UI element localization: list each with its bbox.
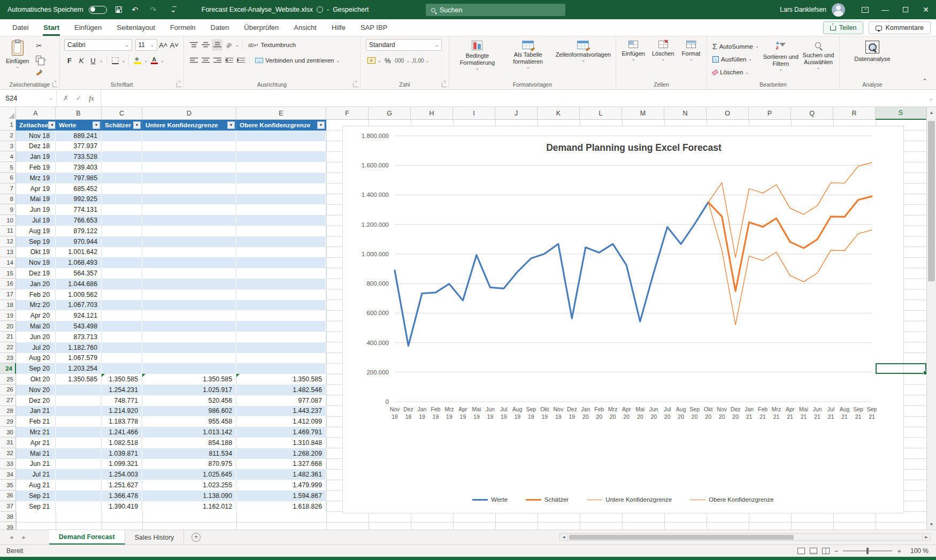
table-header-3[interactable]: Schätzer▼: [102, 120, 142, 131]
cell-A36[interactable]: Sep 21: [16, 490, 56, 501]
cell-C3[interactable]: [102, 141, 142, 152]
copy-button[interactable]: ⌄: [34, 53, 49, 65]
cell-A11[interactable]: Aug 19: [16, 226, 56, 236]
cell-E25[interactable]: 1.350.585: [236, 374, 326, 385]
cell-C4[interactable]: [102, 151, 142, 162]
cell-C15[interactable]: [102, 268, 142, 279]
cell-B34[interactable]: [56, 469, 102, 480]
sort-filter-button[interactable]: Sortieren und Filtern⌄: [763, 39, 799, 78]
cell-B27[interactable]: [56, 395, 102, 406]
cell-C5[interactable]: [102, 162, 142, 173]
cell-D13[interactable]: [142, 247, 236, 258]
cell-D35[interactable]: 1.023.255: [142, 480, 236, 490]
cell-A23[interactable]: Aug 20: [16, 353, 56, 364]
cell-E2[interactable]: [236, 131, 326, 141]
zoom-out-button[interactable]: −: [834, 547, 839, 555]
cell-A22[interactable]: Jul 20: [16, 342, 56, 353]
autosum-button[interactable]: ΣAutoSumme⌄: [710, 41, 761, 52]
cell-B16[interactable]: 1.044.686: [56, 279, 102, 289]
cell-C7[interactable]: [102, 183, 142, 194]
cell-A30[interactable]: Mrz 21: [16, 427, 56, 438]
cell-A34[interactable]: Jul 21: [16, 469, 56, 480]
accounting-format-button[interactable]: ¤: [366, 55, 377, 66]
cell-D34[interactable]: 1.025.645: [142, 469, 236, 480]
zoom-slider[interactable]: [843, 550, 892, 551]
cell-A4[interactable]: Jan 19: [16, 151, 56, 162]
alignment-dialog-launcher[interactable]: [353, 82, 358, 87]
expand-formula-bar-button[interactable]: ⌄: [926, 90, 936, 106]
cell-E12[interactable]: [236, 236, 326, 247]
cell-E7[interactable]: [236, 183, 326, 194]
search-box[interactable]: Suchen: [426, 4, 565, 16]
cell-E20[interactable]: [236, 321, 326, 332]
percent-button[interactable]: %: [382, 55, 393, 66]
close-button[interactable]: ✕: [916, 0, 936, 19]
cell-C24[interactable]: [102, 363, 142, 374]
cell-E13[interactable]: [236, 247, 326, 258]
new-sheet-button[interactable]: +: [191, 533, 201, 542]
cell-E28[interactable]: 1.443.237: [236, 406, 326, 417]
cell-D22[interactable]: [142, 342, 236, 353]
comments-button[interactable]: Kommentare: [869, 21, 931, 34]
cell-E35[interactable]: 1.479.999: [236, 480, 326, 490]
cell-E17[interactable]: [236, 289, 326, 300]
clipboard-dialog-launcher[interactable]: [52, 82, 57, 87]
tab-datei[interactable]: Datei: [5, 20, 35, 36]
cell-D2[interactable]: [142, 131, 236, 141]
minimize-button[interactable]: —: [875, 0, 895, 19]
cell-E31[interactable]: 1.310.848: [236, 438, 326, 448]
cell-C29[interactable]: 1.183.778: [102, 416, 142, 427]
cell-C19[interactable]: [102, 310, 142, 321]
zoom-level[interactable]: 100 %: [906, 547, 929, 555]
cell-A28[interactable]: Jan 21: [16, 406, 56, 417]
cell-D4[interactable]: [142, 151, 236, 162]
vertical-scroll-thumb[interactable]: [928, 121, 935, 281]
cell-B5[interactable]: 739.403: [56, 162, 102, 173]
cell-A31[interactable]: Apr 21: [16, 438, 56, 448]
avatar[interactable]: [832, 3, 845, 17]
cancel-entry-button[interactable]: ✗: [60, 94, 72, 102]
number-format-combo[interactable]: Standard⌄: [366, 39, 442, 51]
cell-D37[interactable]: 1.162.012: [142, 501, 236, 512]
fill-button[interactable]: ↓Ausfüllen⌄: [710, 53, 761, 65]
cell-C2[interactable]: [102, 131, 142, 141]
cell-D33[interactable]: 870.975: [142, 459, 236, 470]
cell-D3[interactable]: [142, 141, 236, 152]
cell-C14[interactable]: [102, 257, 142, 268]
filter-button[interactable]: ▼: [133, 121, 141, 129]
cell-B36[interactable]: [56, 490, 102, 501]
cell-C26[interactable]: 1.254.231: [102, 385, 142, 395]
filter-button[interactable]: ▼: [317, 121, 325, 129]
cell-D16[interactable]: [142, 279, 236, 289]
cell-B32[interactable]: [56, 448, 102, 459]
cell-A19[interactable]: Apr 20: [16, 310, 56, 321]
tab-daten[interactable]: Daten: [204, 20, 236, 36]
font-size-combo[interactable]: 11⌄: [135, 39, 158, 51]
cell-styles-button[interactable]: Zellenformatvorlagen⌄: [554, 39, 612, 78]
cell-D31[interactable]: 854.188: [142, 438, 236, 448]
cell-C25[interactable]: 1.350.585: [102, 374, 142, 385]
cell-E23[interactable]: [236, 353, 326, 364]
cell-C10[interactable]: [102, 215, 142, 226]
increase-indent-button[interactable]: [235, 55, 246, 66]
cell-A12[interactable]: Sep 19: [16, 236, 56, 247]
cell-B29[interactable]: [56, 416, 102, 427]
cell-E6[interactable]: [236, 173, 326, 183]
tab-start[interactable]: Start: [36, 20, 66, 36]
borders-button[interactable]: [110, 55, 121, 66]
align-middle-button[interactable]: [200, 39, 211, 51]
cut-button[interactable]: ✂: [34, 40, 49, 51]
cell-C8[interactable]: [102, 194, 142, 205]
vertical-scrollbar[interactable]: ▲ ▼: [926, 107, 936, 530]
cell-A32[interactable]: Mai 21: [16, 448, 56, 459]
cell-D7[interactable]: [142, 183, 236, 194]
tab-sap-ibp[interactable]: SAP IBP: [354, 20, 394, 36]
cell-D21[interactable]: [142, 332, 236, 342]
cell-E36[interactable]: 1.594.867: [236, 490, 326, 501]
cell-C12[interactable]: [102, 236, 142, 247]
next-sheet-button[interactable]: ►: [21, 534, 27, 540]
cell-E8[interactable]: [236, 194, 326, 205]
cell-D27[interactable]: 520.456: [142, 395, 236, 406]
scroll-down-button[interactable]: ▼: [927, 519, 936, 530]
align-top-button[interactable]: [188, 39, 199, 51]
